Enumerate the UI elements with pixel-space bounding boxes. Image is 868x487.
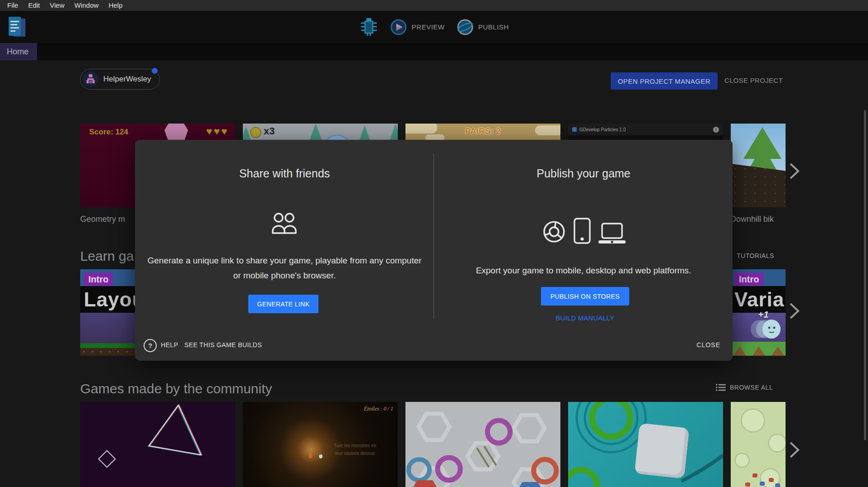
project-manager-icon <box>7 15 27 39</box>
menu-help[interactable]: Help <box>104 0 128 11</box>
intro-badge: Intro <box>734 273 763 286</box>
campfire <box>309 453 312 458</box>
toolbar-center: PREVIEW PUBLISH <box>359 11 509 43</box>
particles-caption: GDevelop Particles 1.0 <box>579 127 710 132</box>
coin-icon <box>250 127 261 138</box>
coin-count: x3 <box>264 125 275 137</box>
see-game-builds-button[interactable]: SEE THIS GAME BUILDS <box>184 341 262 349</box>
example-label-geometry: Geometry m <box>80 215 125 224</box>
chrome-icon <box>542 220 566 244</box>
publish-description: Export your game to mobile, desktop and … <box>443 263 724 278</box>
plus-one-text: +1 <box>758 309 769 320</box>
username: HelperWesley <box>103 75 151 84</box>
tutorials-scroll-right-chevron-icon[interactable] <box>786 301 802 321</box>
stars-counter: Étoiles : 0 / 1 <box>364 406 393 412</box>
vertical-scrollbar[interactable] <box>864 110 866 440</box>
close-dialog-button[interactable]: CLOSE <box>697 341 720 349</box>
notification-dot <box>152 68 158 74</box>
publish-on-stores-button[interactable]: PUBLISH ON STORES <box>541 287 629 306</box>
ghost-character <box>762 320 781 339</box>
open-project-manager-button[interactable]: OPEN PROJECT MANAGER <box>611 72 718 90</box>
community-card-2[interactable]: Étoiles : 0 / 1 Tuer les monstres enleur… <box>243 402 398 487</box>
build-manually-link[interactable]: BUILD MANUALLY <box>541 315 629 322</box>
menu-edit[interactable]: Edit <box>23 0 45 11</box>
info-icon: i <box>713 127 719 133</box>
preview-play-icon <box>390 19 407 36</box>
hexagon-puzzle-art <box>405 402 560 487</box>
creature <box>775 483 780 487</box>
character <box>319 454 323 458</box>
community-card-5[interactable] <box>731 402 786 487</box>
menu-window[interactable]: Window <box>69 0 103 11</box>
community-row: Étoiles : 0 / 1 Tuer les monstres enleur… <box>80 402 786 487</box>
gdevelop-window: File Edit View Window Help <box>0 0 868 487</box>
toolbar: PREVIEW PUBLISH <box>0 11 868 43</box>
menu-view[interactable]: View <box>45 0 69 11</box>
triangle-art <box>80 402 235 487</box>
preview-label: PREVIEW <box>412 23 445 31</box>
laptop-icon <box>598 223 626 244</box>
community-card-1[interactable] <box>80 402 235 487</box>
hearts: ♥♥♥ <box>206 125 229 138</box>
debug-button[interactable] <box>359 16 378 38</box>
browse-all-label: BROWSE ALL <box>730 384 773 391</box>
share-description: Generate a unique link to share your gam… <box>144 253 425 283</box>
list-icon <box>716 384 726 391</box>
creature <box>760 482 765 486</box>
community-title: Games made by the community <box>80 381 272 396</box>
gdevelop-logo <box>572 127 577 132</box>
close-project-button[interactable]: CLOSE PROJECT <box>724 76 783 84</box>
publish-button[interactable]: PUBLISH <box>456 19 509 36</box>
examples-scroll-right-chevron-icon[interactable] <box>786 161 802 181</box>
menu-file[interactable]: File <box>2 0 23 11</box>
browse-all-button[interactable]: BROWSE ALL <box>716 384 773 391</box>
grass-strip <box>731 342 786 356</box>
tutorials-label: TUTORIALS <box>737 252 774 259</box>
creature <box>752 473 757 477</box>
share-dialog: Share with friends Generate a unique lin… <box>135 140 733 361</box>
gem-shape <box>164 124 188 142</box>
tutorial-card-variables[interactable]: Intro Variab +1 <box>731 269 786 356</box>
hint-text: Tuer les monstres enleur sautant dessus <box>315 442 395 457</box>
preview-button[interactable]: PREVIEW <box>390 19 445 36</box>
share-title: Share with friends <box>135 167 434 180</box>
debug-bug-icon <box>359 16 378 36</box>
people-icon <box>270 211 299 237</box>
publish-label: PUBLISH <box>478 23 509 31</box>
community-card-4[interactable] <box>568 402 723 487</box>
tutorials-title: Learn ga <box>80 248 134 264</box>
generate-link-button[interactable]: GENERATE LINK <box>248 295 318 313</box>
menu-bar: File Edit View Window Help <box>0 0 868 11</box>
project-manager-button[interactable] <box>7 15 27 39</box>
creature <box>769 478 774 482</box>
example-label-downhill: Downhill bik <box>730 215 774 224</box>
pairs-text: PAIRS: 2 <box>405 126 560 136</box>
tab-home[interactable]: Home <box>0 43 37 60</box>
user-chip[interactable]: HelperWesley <box>80 69 160 90</box>
community-scroll-right-chevron-icon[interactable] <box>786 440 802 460</box>
help-icon[interactable]: ? <box>144 339 157 352</box>
publish-globe-icon <box>456 19 473 36</box>
example-card-downhill-bike[interactable]: G <box>731 124 786 207</box>
tab-bar: Home <box>0 43 868 60</box>
creature <box>745 482 750 487</box>
platform-icons <box>542 218 626 244</box>
help-button[interactable]: HELP <box>161 341 178 349</box>
community-card-3[interactable] <box>405 402 560 487</box>
cube-shape <box>634 423 689 479</box>
intro-badge: Intro <box>84 273 113 286</box>
publish-title: Publish your game <box>434 167 733 180</box>
smartphone-icon <box>574 218 591 244</box>
avatar <box>83 72 98 87</box>
score-text: Score: 124 <box>89 128 128 137</box>
